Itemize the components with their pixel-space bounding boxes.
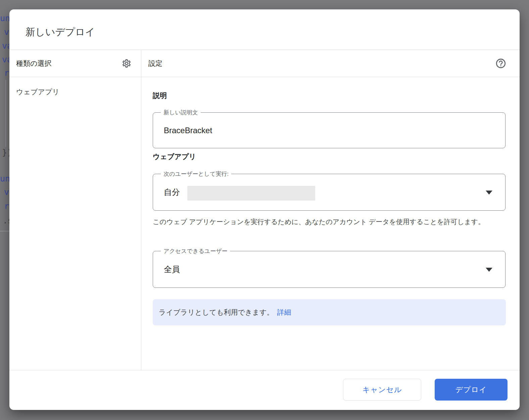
new-deployment-dialog: 新しいデプロイ 種類の選択 ウェブアプリ 設定 説明 新しい説明文 ウェブアプリ… [9, 9, 520, 410]
description-heading: 説明 [153, 91, 167, 101]
access-label: アクセスできるユーザー [161, 247, 230, 255]
divider [9, 50, 520, 50]
execute-as-help-text: このウェブ アプリケーションを実行するために、あなたのアカウント データを使用す… [153, 215, 511, 228]
library-info-box: ライブラリとしても利用できます。 詳細 [153, 299, 506, 325]
deploy-button[interactable]: デプロイ [435, 379, 508, 401]
select-type-header: 種類の選択 [16, 58, 52, 68]
access-select[interactable]: アクセスできるユーザー 全員 [153, 251, 506, 288]
webapp-heading: ウェブアプリ [153, 152, 196, 162]
gear-button[interactable] [122, 58, 132, 68]
library-info-text: ライブラリとしても利用できます。 [159, 308, 274, 317]
dropdown-arrow-icon [486, 268, 492, 272]
redacted-account-email [187, 186, 315, 201]
library-details-link[interactable]: 詳細 [277, 308, 291, 317]
dialog-title: 新しいデプロイ [26, 25, 95, 38]
access-value: 全員 [164, 264, 180, 275]
description-field: 新しい説明文 [153, 112, 506, 148]
type-item-webapp[interactable]: ウェブアプリ [16, 87, 134, 97]
cancel-button[interactable]: キャンセル [343, 379, 421, 401]
panel-divider [141, 50, 141, 370]
divider [9, 77, 520, 77]
help-icon [495, 64, 507, 70]
gear-icon [122, 64, 132, 69]
settings-header: 設定 [148, 58, 162, 68]
indent-guide [5, 80, 6, 147]
dropdown-arrow-icon [486, 191, 492, 195]
execute-as-label: 次のユーザーとして実行: [161, 170, 231, 178]
footer-divider [9, 370, 520, 370]
description-input[interactable] [164, 113, 493, 148]
execute-as-select[interactable]: 次のユーザーとして実行: 自分 [153, 174, 506, 211]
execute-as-value: 自分 [164, 187, 180, 198]
help-button[interactable] [495, 58, 507, 69]
